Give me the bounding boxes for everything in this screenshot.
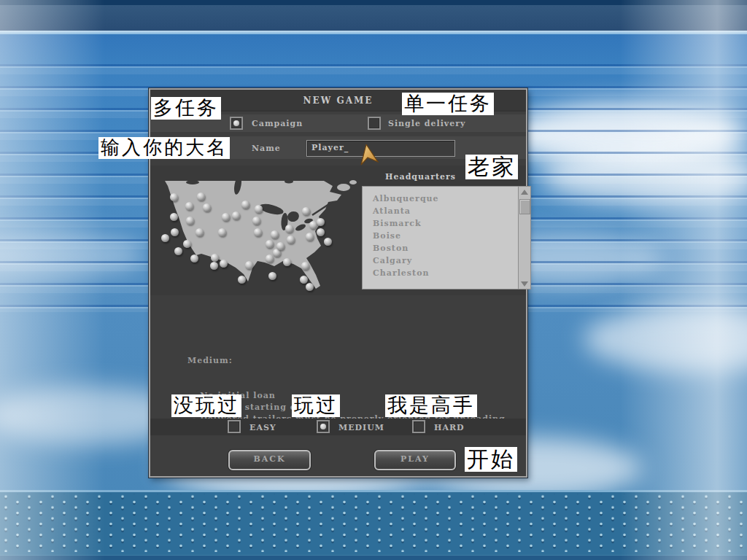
city-dot <box>271 230 279 238</box>
name-input[interactable]: Player_ <box>306 140 455 157</box>
city-dot <box>210 262 218 270</box>
city-dot <box>241 201 249 209</box>
city-dot <box>190 254 198 262</box>
campaign-label: Campaign <box>252 119 303 128</box>
city-dot <box>283 258 291 266</box>
difficulty-description-line: - $20,000 starting cash <box>187 402 506 413</box>
city-dot <box>268 272 276 280</box>
city-dot <box>238 276 246 284</box>
difficulty-label: EASY <box>249 423 276 432</box>
dialog-title: NEW GAME <box>150 90 526 106</box>
city-dot <box>276 242 285 250</box>
top-band <box>0 0 747 34</box>
list-item[interactable]: Albuquerque <box>373 194 518 206</box>
city-dot <box>183 240 191 248</box>
difficulty-description-title: Medium: <box>187 355 506 367</box>
single-delivery-label: Single delivery <box>388 119 465 128</box>
city-dots-layer <box>150 179 362 295</box>
list-item[interactable]: Calgary <box>373 256 518 268</box>
city-dot <box>287 236 295 244</box>
name-row: Name Player_ <box>150 136 526 159</box>
city-dot <box>252 217 260 225</box>
city-dot <box>301 262 309 270</box>
city-dot <box>306 233 314 241</box>
city-dot <box>196 228 204 236</box>
usa-map <box>150 179 362 295</box>
list-scrollbar[interactable] <box>518 186 531 289</box>
list-item[interactable]: Boise <box>373 231 518 244</box>
city-dot <box>255 205 263 213</box>
city-dot <box>174 247 182 255</box>
play-button[interactable]: PLAY <box>374 450 456 470</box>
city-dot <box>203 203 211 211</box>
headquarters-list[interactable]: AlbuquerqueAtlantaBismarckBoiseBostonCal… <box>362 186 518 289</box>
difficulty-checkbox-easy[interactable] <box>228 420 241 433</box>
dotted-texture <box>0 494 747 552</box>
mouse-cursor-icon <box>359 144 381 172</box>
campaign-radio[interactable] <box>230 117 243 130</box>
city-dot <box>186 217 194 225</box>
city-dot <box>170 213 178 221</box>
scroll-down-icon[interactable] <box>519 279 530 289</box>
bottom-panel <box>0 490 747 560</box>
city-dot <box>218 228 226 236</box>
city-dot <box>254 228 262 236</box>
headquarters-label: Headquarters <box>385 172 456 182</box>
difficulty-row: EASYMEDIUMHARD <box>150 419 526 435</box>
city-dot <box>300 276 308 284</box>
city-dot <box>185 202 193 210</box>
city-dot <box>170 193 178 201</box>
game-screen: NEW GAME Campaign Single delivery Name P… <box>0 0 747 560</box>
city-dot <box>211 254 219 262</box>
list-item[interactable]: Charleston <box>373 268 518 281</box>
city-dot <box>171 228 179 236</box>
city-dot <box>222 213 230 221</box>
city-dot <box>197 192 205 201</box>
dialog-title-bar: NEW GAME <box>150 90 526 112</box>
mode-row: Campaign Single delivery <box>150 114 526 132</box>
name-label: Name <box>252 144 281 153</box>
city-dot <box>302 207 310 215</box>
difficulty-label: HARD <box>434 423 465 432</box>
city-dot <box>220 260 228 268</box>
difficulty-checkbox-medium[interactable] <box>317 420 330 433</box>
scroll-up-icon[interactable] <box>519 187 530 197</box>
back-button[interactable]: BACK <box>228 450 311 470</box>
city-dot <box>317 218 325 226</box>
text-caret: _ <box>344 143 349 152</box>
difficulty-description-line: - No initial loan <box>187 390 506 402</box>
city-dot <box>285 225 293 233</box>
city-dot <box>266 240 274 248</box>
new-game-dialog: NEW GAME Campaign Single delivery Name P… <box>149 88 527 478</box>
city-dot <box>161 234 169 242</box>
city-dot <box>232 211 240 219</box>
city-dot <box>317 228 325 236</box>
difficulty-description: Medium: - No initial loan - $20,000 star… <box>187 332 506 425</box>
scrollbar-thumb[interactable] <box>519 199 530 214</box>
list-item[interactable]: Boston <box>373 244 518 256</box>
list-item[interactable]: Bismarck <box>373 219 518 231</box>
radio-dot <box>233 120 239 126</box>
city-dot <box>245 261 253 269</box>
single-delivery-checkbox[interactable] <box>368 117 381 130</box>
difficulty-label: MEDIUM <box>338 423 384 432</box>
city-dot <box>324 238 332 246</box>
radio-dot <box>320 424 326 429</box>
difficulty-checkbox-hard[interactable] <box>412 420 425 433</box>
city-dot <box>266 254 274 262</box>
list-item[interactable]: Atlanta <box>373 206 518 219</box>
city-dot <box>306 283 314 291</box>
